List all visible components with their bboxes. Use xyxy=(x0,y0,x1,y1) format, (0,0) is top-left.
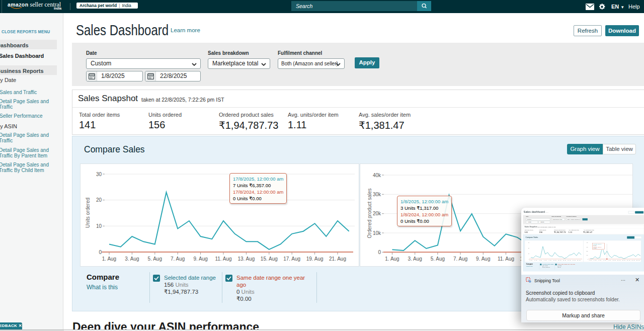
svg-text:15. Aug: 15. Aug xyxy=(563,260,566,261)
svg-text:10k: 10k xyxy=(373,230,381,236)
svg-text:21. Aug: 21. Aug xyxy=(636,260,639,261)
svg-text:15. Aug: 15. Aug xyxy=(261,256,278,262)
svg-text:5. Aug: 5. Aug xyxy=(539,260,542,261)
svg-text:11. Aug: 11. Aug xyxy=(215,256,231,262)
svg-text:13. Aug: 13. Aug xyxy=(617,260,620,261)
svg-text:20k: 20k xyxy=(586,250,588,251)
svg-text:9. Aug: 9. Aug xyxy=(549,260,551,261)
svg-text:40k: 40k xyxy=(586,242,588,243)
svg-text:21. Aug: 21. Aug xyxy=(577,260,580,261)
svg-text:30: 30 xyxy=(96,172,102,177)
svg-text:19. Aug: 19. Aug xyxy=(573,260,576,261)
svg-text:5. Aug: 5. Aug xyxy=(148,256,162,262)
svg-text:0: 0 xyxy=(587,258,588,259)
svg-text:1. Aug: 1. Aug xyxy=(385,256,399,262)
svg-text:0: 0 xyxy=(529,258,529,259)
svg-text:1. Aug: 1. Aug xyxy=(529,260,532,261)
svg-text:20: 20 xyxy=(528,247,529,248)
svg-text:7. Aug: 7. Aug xyxy=(171,256,185,262)
svg-text:20k: 20k xyxy=(373,211,381,216)
svg-text:Ordered product sales: Ordered product sales xyxy=(367,189,372,238)
svg-text:3. Aug: 3. Aug xyxy=(594,260,596,261)
svg-text:10: 10 xyxy=(96,223,102,229)
svg-text:11. Aug: 11. Aug xyxy=(613,260,616,261)
svg-text:13. Aug: 13. Aug xyxy=(558,260,561,261)
svg-text:5. Aug: 5. Aug xyxy=(431,256,445,262)
svg-text:19. Aug: 19. Aug xyxy=(631,260,634,261)
svg-text:21. Aug: 21. Aug xyxy=(329,256,346,262)
svg-text:19. Aug: 19. Aug xyxy=(306,256,324,262)
svg-text:Units ordered: Units ordered xyxy=(85,198,91,228)
svg-text:7. Aug: 7. Aug xyxy=(453,256,467,262)
svg-text:20: 20 xyxy=(96,197,102,203)
svg-text:40k: 40k xyxy=(373,173,381,178)
svg-text:17. Aug: 17. Aug xyxy=(283,256,300,262)
svg-text:7. Aug: 7. Aug xyxy=(544,260,546,261)
svg-text:30k: 30k xyxy=(373,192,381,197)
svg-text:7. Aug: 7. Aug xyxy=(603,260,606,261)
svg-text:9. Aug: 9. Aug xyxy=(608,260,611,261)
svg-text:9. Aug: 9. Aug xyxy=(193,256,207,262)
svg-text:0: 0 xyxy=(99,250,102,255)
svg-text:10: 10 xyxy=(528,253,529,254)
svg-text:15. Aug: 15. Aug xyxy=(622,260,625,261)
svg-text:11. Aug: 11. Aug xyxy=(553,260,556,261)
svg-text:30k: 30k xyxy=(586,246,588,247)
svg-text:9. Aug: 9. Aug xyxy=(476,256,490,262)
svg-text:3. Aug: 3. Aug xyxy=(125,256,139,262)
svg-text:30: 30 xyxy=(528,241,529,242)
svg-text:3. Aug: 3. Aug xyxy=(534,260,537,261)
svg-text:1. Aug: 1. Aug xyxy=(102,256,116,262)
svg-text:10k: 10k xyxy=(586,254,588,255)
svg-text:5. Aug: 5. Aug xyxy=(599,260,601,261)
svg-text:13. Aug: 13. Aug xyxy=(237,256,255,262)
svg-text:1. Aug: 1. Aug xyxy=(589,260,592,261)
svg-text:0: 0 xyxy=(378,250,381,255)
svg-text:17. Aug: 17. Aug xyxy=(627,260,630,261)
svg-text:11. Aug: 11. Aug xyxy=(498,256,514,262)
svg-text:3. Aug: 3. Aug xyxy=(408,256,422,262)
svg-text:17. Aug: 17. Aug xyxy=(568,260,571,261)
